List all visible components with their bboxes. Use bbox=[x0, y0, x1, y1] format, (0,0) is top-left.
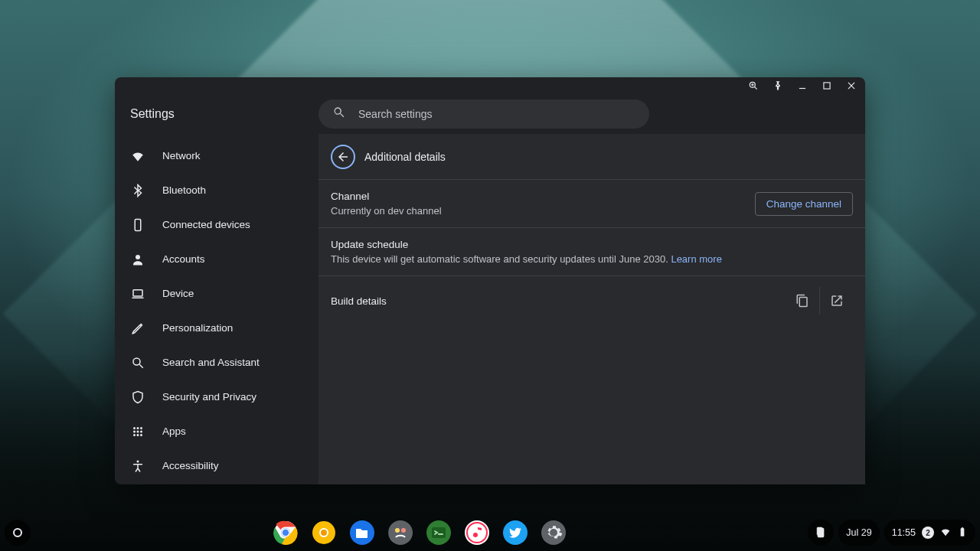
svg-point-32 bbox=[395, 528, 400, 533]
svg-rect-10 bbox=[133, 289, 142, 295]
svg-point-39 bbox=[541, 520, 566, 545]
sidebar-item-label: Network bbox=[162, 150, 201, 161]
zoom-icon[interactable] bbox=[746, 78, 761, 93]
svg-point-12 bbox=[133, 358, 140, 365]
svg-rect-8 bbox=[135, 219, 141, 230]
sidebar-item-personalization[interactable]: Personalization bbox=[115, 311, 318, 345]
channel-subtitle: Currently on dev channel bbox=[331, 205, 442, 217]
open-build-button[interactable] bbox=[819, 287, 853, 315]
settings-app-icon[interactable] bbox=[540, 519, 567, 546]
phone-hub-button[interactable] bbox=[808, 520, 834, 546]
update-schedule-row: Update schedule This device will get aut… bbox=[318, 228, 865, 276]
svg-point-26 bbox=[282, 529, 289, 536]
sidebar-item-network[interactable]: Network bbox=[115, 139, 318, 173]
section-title: Additional details bbox=[364, 151, 446, 163]
shield-icon bbox=[130, 390, 145, 405]
update-title: Update schedule bbox=[331, 239, 722, 250]
header-row: Settings bbox=[115, 94, 865, 134]
minimize-icon[interactable] bbox=[795, 78, 810, 93]
svg-point-36 bbox=[465, 520, 489, 545]
sidebar-item-label: Apps bbox=[162, 425, 186, 437]
build-details-row: Build details bbox=[318, 276, 865, 325]
launcher-button[interactable] bbox=[5, 520, 31, 546]
sidebar-item-accounts[interactable]: Accounts bbox=[115, 242, 318, 276]
close-icon[interactable] bbox=[844, 78, 859, 93]
main-panel: Additional details Channel Currently on … bbox=[318, 134, 865, 484]
svg-point-22 bbox=[140, 434, 142, 436]
tray-time: 11:55 bbox=[892, 527, 916, 538]
terminal-app-icon[interactable] bbox=[425, 519, 452, 546]
svg-point-19 bbox=[140, 430, 142, 432]
svg-rect-35 bbox=[432, 527, 446, 538]
maximize-icon[interactable] bbox=[819, 78, 835, 93]
accessibility-icon bbox=[130, 458, 145, 474]
search-input[interactable] bbox=[358, 108, 635, 120]
svg-point-16 bbox=[140, 427, 142, 429]
sidebar-item-label: Accounts bbox=[162, 253, 205, 265]
svg-point-20 bbox=[133, 434, 136, 436]
sidebar-item-bluetooth[interactable]: Bluetooth bbox=[115, 173, 318, 207]
wifi-icon bbox=[130, 148, 145, 164]
svg-point-23 bbox=[137, 460, 139, 462]
battery-status-icon bbox=[957, 527, 968, 540]
search-field[interactable] bbox=[318, 99, 649, 129]
svg-line-1 bbox=[755, 87, 757, 90]
music-app-icon[interactable] bbox=[463, 519, 491, 546]
update-subtitle: This device will get automatic software … bbox=[331, 253, 722, 265]
bluetooth-icon bbox=[130, 183, 145, 198]
sidebar-item-label: Personalization bbox=[162, 322, 233, 334]
update-subtitle-text: This device will get automatic software … bbox=[331, 253, 671, 265]
shelf: Jul 29 11:55 2 bbox=[0, 514, 980, 551]
sidebar: Network Bluetooth Connected devices Acco… bbox=[115, 134, 318, 484]
sidebar-item-connected-devices[interactable]: Connected devices bbox=[115, 207, 318, 242]
pin-icon[interactable] bbox=[770, 78, 786, 93]
sidebar-item-accessibility[interactable]: Accessibility bbox=[115, 448, 318, 483]
files-app-icon[interactable] bbox=[348, 519, 376, 546]
window-titlebar bbox=[115, 77, 865, 94]
twitter-app-icon[interactable] bbox=[501, 519, 529, 546]
svg-point-14 bbox=[133, 427, 136, 429]
svg-point-9 bbox=[136, 255, 140, 259]
pencil-icon bbox=[130, 321, 145, 336]
apps-grid-icon bbox=[130, 424, 145, 439]
svg-point-31 bbox=[388, 520, 413, 545]
chrome-app-icon[interactable] bbox=[272, 519, 299, 546]
sidebar-item-label: Device bbox=[162, 288, 194, 299]
wifi-status-icon bbox=[940, 527, 951, 540]
svg-point-33 bbox=[401, 528, 406, 533]
sidebar-item-apps[interactable]: Apps bbox=[115, 414, 318, 448]
svg-point-29 bbox=[321, 530, 327, 536]
app-title: Settings bbox=[115, 107, 318, 121]
laptop-icon bbox=[130, 286, 145, 302]
copy-build-button[interactable] bbox=[786, 287, 819, 315]
notification-badge: 2 bbox=[922, 527, 934, 539]
system-tray[interactable]: 11:55 2 bbox=[884, 520, 975, 546]
magnifier-icon bbox=[130, 355, 145, 370]
sidebar-item-search-assistant[interactable]: Search and Assistant bbox=[115, 345, 318, 380]
sidebar-item-label: Connected devices bbox=[162, 219, 250, 230]
person-icon bbox=[130, 252, 145, 267]
change-channel-button[interactable]: Change channel bbox=[755, 192, 853, 216]
sidebar-item-label: Security and Privacy bbox=[162, 391, 256, 403]
sidebar-item-label: Search and Assistant bbox=[162, 357, 260, 368]
svg-point-18 bbox=[137, 430, 139, 432]
section-header: Additional details bbox=[318, 134, 865, 180]
svg-line-13 bbox=[139, 364, 143, 368]
svg-point-15 bbox=[137, 427, 139, 429]
svg-point-17 bbox=[133, 430, 136, 432]
learn-more-link[interactable]: Learn more bbox=[671, 253, 721, 265]
sidebar-item-security-privacy[interactable]: Security and Privacy bbox=[115, 380, 318, 414]
sidebar-item-label: Bluetooth bbox=[162, 184, 206, 196]
back-button[interactable] bbox=[331, 145, 355, 169]
canary-app-icon[interactable] bbox=[310, 519, 338, 546]
status-tray[interactable]: Jul 29 bbox=[838, 520, 879, 546]
settings-window: Settings Network Bluetooth Connected dev… bbox=[115, 77, 865, 484]
channel-row: Channel Currently on dev channel Change … bbox=[318, 180, 865, 228]
app-icon-misc1[interactable] bbox=[387, 519, 414, 546]
svg-point-21 bbox=[137, 434, 139, 436]
search-icon bbox=[332, 106, 346, 122]
sidebar-item-device[interactable]: Device bbox=[115, 276, 318, 311]
build-details-title: Build details bbox=[331, 295, 387, 307]
phone-icon bbox=[130, 217, 145, 233]
sidebar-item-label: Accessibility bbox=[162, 460, 219, 471]
